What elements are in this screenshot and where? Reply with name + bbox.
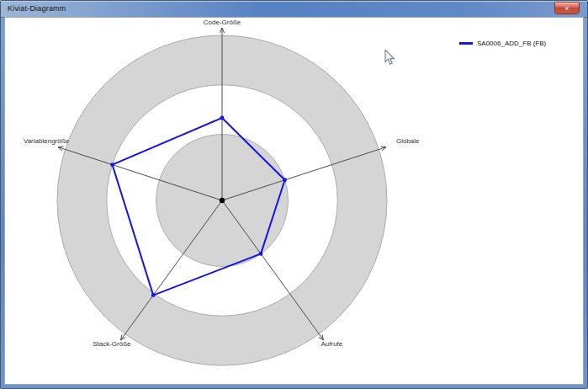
axis-label: Variablengröße — [24, 137, 70, 145]
series-vertex — [151, 293, 156, 297]
chart-center-dot — [220, 198, 225, 203]
window-title: Kiviat-Diagramm — [8, 4, 66, 13]
chart-client-area: Code-GrößeGlobaleAufrufeStack-GrößeVaria… — [4, 17, 584, 385]
axis-label: Code-Größe — [204, 19, 241, 26]
axis-label: Globale — [396, 137, 420, 145]
legend-series-swatch — [459, 42, 473, 45]
series-vertex — [259, 252, 263, 256]
axis-label: Stack-Größe — [93, 340, 131, 348]
app-window: Kiviat-Diagramm × Code-GrößeGlobaleAufru… — [0, 0, 588, 389]
legend-series-label: SA0006_ADD_FB (FB) — [477, 40, 546, 47]
kiviat-chart: Code-GrößeGlobaleAufrufeStack-GrößeVaria… — [5, 18, 583, 384]
legend: SA0006_ADD_FB (FB) — [459, 40, 546, 47]
close-icon: × — [564, 4, 569, 13]
series-vertex — [220, 116, 225, 120]
series-vertex — [110, 163, 114, 167]
mouse-cursor-icon — [384, 50, 395, 66]
axis-label: Aufrufe — [320, 340, 342, 348]
close-button[interactable]: × — [554, 2, 580, 14]
title-bar[interactable]: Kiviat-Diagramm × — [1, 1, 587, 18]
series-vertex — [283, 178, 287, 182]
